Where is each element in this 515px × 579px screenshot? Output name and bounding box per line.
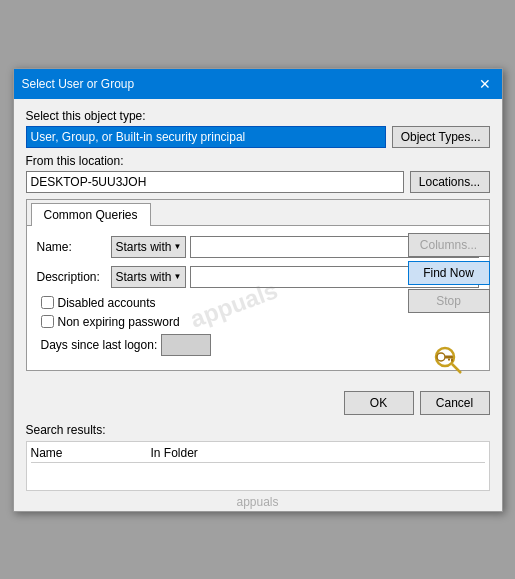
bottom-section: OK Cancel Search results: Name In Folder <box>14 391 502 491</box>
location-label: From this location: <box>26 154 490 168</box>
object-type-row: Object Types... <box>26 126 490 148</box>
results-header: Name In Folder <box>31 446 485 463</box>
svg-rect-3 <box>445 355 453 358</box>
footer-brand: appuals <box>14 491 502 511</box>
search-key-icon <box>431 343 467 379</box>
results-table: Name In Folder <box>26 441 490 491</box>
side-buttons-container: Columns... Find Now Stop <box>14 233 502 381</box>
svg-line-1 <box>452 364 461 373</box>
close-button[interactable]: ✕ <box>476 75 494 93</box>
ok-cancel-row: OK Cancel <box>26 391 490 415</box>
object-type-label: Select this object type: <box>26 109 490 123</box>
svg-rect-4 <box>451 358 453 361</box>
search-results-label: Search results: <box>26 423 490 437</box>
icon-area <box>408 341 490 381</box>
select-user-dialog: Select User or Group ✕ Select this objec… <box>13 68 503 512</box>
svg-point-2 <box>437 353 445 361</box>
find-now-button[interactable]: Find Now <box>408 261 490 285</box>
columns-button[interactable]: Columns... <box>408 233 490 257</box>
object-type-input[interactable] <box>26 126 386 148</box>
location-row: Locations... <box>26 171 490 193</box>
object-types-button[interactable]: Object Types... <box>392 126 490 148</box>
tab-header: Common Queries <box>27 200 489 226</box>
results-col-folder: In Folder <box>151 446 485 460</box>
ok-button[interactable]: OK <box>344 391 414 415</box>
svg-rect-5 <box>448 358 450 360</box>
tab-common-queries[interactable]: Common Queries <box>31 203 151 226</box>
title-bar: Select User or Group ✕ <box>14 69 502 99</box>
locations-button[interactable]: Locations... <box>410 171 490 193</box>
dialog-title: Select User or Group <box>22 77 135 91</box>
cancel-button[interactable]: Cancel <box>420 391 490 415</box>
stop-button[interactable]: Stop <box>408 289 490 313</box>
footer-brand-text: appuals <box>236 495 278 509</box>
location-input[interactable] <box>26 171 404 193</box>
results-col-name: Name <box>31 446 151 460</box>
right-buttons: Columns... Find Now Stop <box>408 233 490 381</box>
